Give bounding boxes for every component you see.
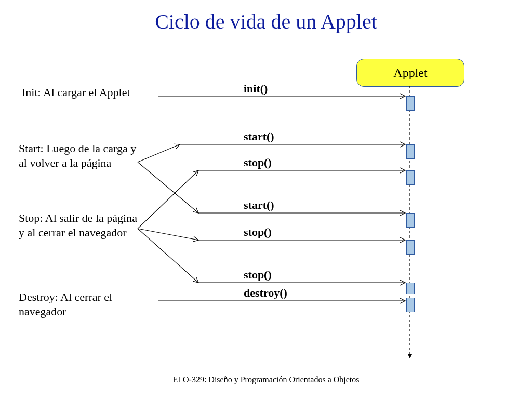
msg-start-2: start() (244, 198, 274, 212)
desc-init: Init: Al cargar el Applet (22, 85, 157, 100)
activation-init (406, 96, 415, 111)
footer: ELO-329: Diseño y Programación Orientado… (0, 375, 532, 384)
activation-destroy (406, 298, 415, 312)
activation-stop-1 (406, 170, 415, 185)
msg-init: init() (244, 82, 268, 96)
activation-stop-2 (406, 240, 415, 255)
svg-line-11 (138, 229, 198, 240)
svg-line-8 (138, 144, 180, 162)
desc-stop: Stop: Al salir de la página y al cerrar … (19, 211, 138, 240)
page-title: Ciclo de vida de un Applet (0, 9, 532, 34)
slide: Ciclo de vida de un Applet Applet (0, 0, 532, 399)
applet-actor-label: Applet (393, 66, 427, 80)
activation-stop-3 (406, 283, 415, 294)
msg-destroy: destroy() (244, 286, 287, 300)
desc-destroy: Destroy: Al cerrar el navegador (19, 290, 138, 318)
msg-stop-1: stop() (244, 156, 272, 169)
svg-line-10 (138, 170, 198, 229)
msg-stop-3: stop() (244, 268, 272, 282)
svg-line-9 (138, 162, 198, 213)
activation-start-2 (406, 213, 415, 228)
activation-start-1 (406, 144, 415, 159)
desc-start: Start: Luego de la carga y al volver a l… (19, 141, 138, 170)
applet-actor-box: Applet (356, 59, 464, 87)
svg-line-12 (138, 229, 198, 283)
msg-start-1: start() (244, 130, 274, 143)
msg-stop-2: stop() (244, 225, 272, 239)
